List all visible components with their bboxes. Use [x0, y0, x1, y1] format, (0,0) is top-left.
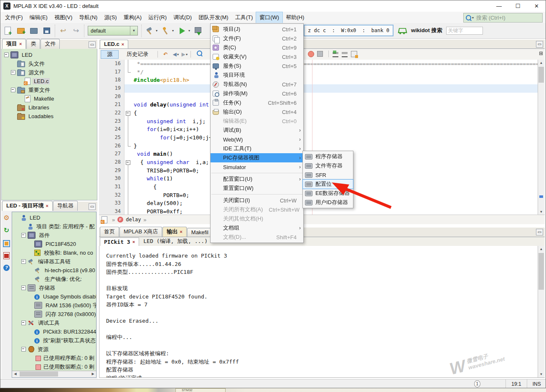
- build-dropdown-icon[interactable]: ▾: [156, 29, 157, 33]
- window-menu-item-13[interactable]: Web(W)›: [211, 135, 303, 144]
- scroll-down-icon[interactable]: ▼: [538, 371, 544, 377]
- menubar-item-7[interactable]: 运行(R): [145, 12, 170, 23]
- memory-submenu-item-5[interactable]: EE数据存储器: [303, 189, 353, 198]
- memory-submenu-item-4[interactable]: 配置位: [303, 180, 353, 189]
- last-edit-icon[interactable]: ↶: [162, 51, 169, 58]
- dashboard-tree-row-12[interactable]: 闪存 32768 (0x8000) 字: [12, 310, 96, 319]
- code-text[interactable]: PORTB=0xff;: [132, 207, 538, 215]
- memory-submenu-item-2[interactable]: 文件寄存器: [303, 161, 353, 170]
- save-all-button[interactable]: [42, 26, 51, 35]
- history-view-button[interactable]: 历史记录: [120, 50, 155, 59]
- code-text[interactable]: {: [132, 109, 538, 117]
- project-tree-row-8[interactable]: Loadables: [2, 112, 97, 121]
- code-text[interactable]: #include<pic18.h>: [132, 76, 538, 84]
- dashboard-tree-row-15[interactable]: 按"刷新"获取工具状态: [12, 336, 96, 345]
- undo-button[interactable]: ↩: [58, 26, 68, 35]
- collapse-icon[interactable]: [11, 88, 15, 92]
- collapse-icon[interactable]: [4, 53, 9, 57]
- menubar-item-4[interactable]: 导航(N): [76, 12, 101, 23]
- menubar-item-5[interactable]: 源(S): [101, 12, 120, 23]
- redo-button[interactable]: ↪: [71, 26, 81, 35]
- source-view-button[interactable]: 源: [101, 50, 119, 59]
- dashboard-tree-row-3[interactable]: 器件: [12, 231, 96, 240]
- project-tree-row-7[interactable]: Libraries: [2, 103, 97, 112]
- window-menu-item-12[interactable]: 调试(B)›: [211, 126, 303, 135]
- menubar-item-11[interactable]: 窗口(W): [256, 12, 282, 23]
- menubar-item-1[interactable]: 文件(F): [2, 12, 26, 23]
- menubar-item-6[interactable]: 重构(A): [120, 12, 145, 23]
- dashboard-tree-row-5[interactable]: 校验和: Blank, no co: [12, 248, 96, 257]
- dashboard-tree-row-17[interactable]: 已使用程序断点: 0 剩: [12, 354, 96, 362]
- code-text[interactable]: for(j=0;j<100;j++);: [132, 134, 538, 142]
- macro-icon[interactable]: [351, 50, 358, 58]
- dashboard-tree-row-6[interactable]: 编译器工具链: [12, 257, 96, 266]
- output-outer-tab-1[interactable]: 首页: [100, 227, 119, 237]
- pause-icon[interactable]: [317, 50, 325, 58]
- collapse-icon[interactable]: [21, 347, 26, 352]
- project-tree-row-4[interactable]: LED.c: [2, 77, 97, 86]
- window-menu-item-15[interactable]: PIC存储器视图›: [211, 153, 303, 162]
- window-menu-item-23[interactable]: 关闭其他文档(H): [211, 214, 303, 223]
- close-button[interactable]: ✕: [527, 0, 546, 12]
- window-menu-item-7[interactable]: 导航器(N)Ctrl+7: [211, 80, 303, 89]
- fold-indicator[interactable]: [124, 158, 132, 167]
- menubar-item-10[interactable]: 工具(T): [232, 12, 256, 23]
- new-project-button[interactable]: [16, 26, 25, 35]
- build-button[interactable]: [145, 26, 154, 35]
- collapse-icon[interactable]: [21, 233, 26, 238]
- scrollbar-thumb[interactable]: [20, 372, 58, 377]
- projects-tab-1[interactable]: 项目×: [2, 39, 26, 49]
- code-text[interactable]: [132, 84, 538, 93]
- output-outer-tab-2[interactable]: MPLAB X商店: [119, 227, 162, 237]
- menubar-item-3[interactable]: 视图(V): [51, 12, 76, 23]
- stop-macro-icon[interactable]: [308, 50, 315, 58]
- dashboard-tree-row-1[interactable]: LED: [12, 213, 96, 222]
- scroll-up-icon[interactable]: ▲: [538, 246, 544, 252]
- window-menu-item-16[interactable]: Simulator›: [211, 162, 303, 172]
- dashboard-tree-row-16[interactable]: 资源: [12, 345, 96, 354]
- minimize-panel-icon[interactable]: ▭: [536, 229, 543, 235]
- configuration-combo[interactable]: default ▼: [88, 26, 138, 35]
- editor-tab-1[interactable]: LED.c×: [100, 40, 128, 48]
- window-menu-item-2[interactable]: 文件(F)Ctrl+2: [211, 34, 303, 43]
- new-file-button[interactable]: [3, 26, 13, 35]
- scroll-left-icon[interactable]: ◀: [12, 371, 18, 377]
- dashboard-tab-1[interactable]: LED - 项目环境×: [2, 201, 53, 211]
- projects-tab-2[interactable]: 类: [26, 39, 40, 49]
- maximize-button[interactable]: ☐: [508, 0, 527, 12]
- project-tree-row-1[interactable]: LED: [2, 51, 97, 59]
- code-text[interactable]: void delay(unsigned int x): [132, 101, 538, 109]
- dashboard-tree-row-14[interactable]: PICkit3: BUR13228445: [12, 327, 96, 336]
- window-menu-item-19[interactable]: 重置窗口(W): [211, 184, 303, 193]
- collapse-icon[interactable]: [11, 70, 15, 75]
- memory-submenu-item-3[interactable]: SFR: [303, 170, 353, 180]
- projects-tab-3[interactable]: 文件: [41, 39, 60, 49]
- minimize-button[interactable]: —: [490, 0, 508, 12]
- code-text[interactable]: }: [132, 142, 538, 150]
- dashboard-tree-row-2[interactable]: 项目 类型: 应用程序 - 配: [12, 222, 96, 231]
- output-inner-tab-2[interactable]: LED (编译, 加载, ...): [140, 237, 211, 246]
- window-menu-item-8[interactable]: 操作项(M)Ctrl+6: [211, 89, 303, 98]
- scrollbar-thumb[interactable]: [538, 67, 544, 83]
- dashboard-tree-row-9[interactable]: 存储器: [12, 283, 96, 292]
- close-icon[interactable]: ×: [46, 203, 48, 208]
- window-menu-item-24[interactable]: 文档组›: [211, 223, 303, 233]
- output-inner-tab-1[interactable]: PICkit 3×: [100, 238, 139, 246]
- breadcrumb-symbol[interactable]: delay: [126, 217, 141, 223]
- clean-build-dropdown-icon[interactable]: ▾: [172, 29, 174, 33]
- code-text[interactable]: *=======================================…: [132, 60, 538, 68]
- breakpoint-options-button[interactable]: [3, 239, 10, 247]
- open-project-button[interactable]: [29, 26, 38, 35]
- window-menu-item-5[interactable]: 服务(S)Ctrl+5: [211, 61, 303, 71]
- window-menu-item-18[interactable]: 配置窗口(U)›: [211, 175, 303, 184]
- split-window-icon[interactable]: ⊞: [539, 51, 543, 56]
- dashboard-tree-row-7[interactable]: hi-tech-picc18 (v9.80: [12, 266, 96, 275]
- close-icon[interactable]: ×: [122, 42, 124, 47]
- close-icon[interactable]: ×: [180, 229, 182, 234]
- dashboard-tree-row-13[interactable]: 调试工具: [12, 319, 96, 327]
- minimize-panel-icon[interactable]: ▭: [89, 203, 96, 210]
- window-menu-item-21[interactable]: 关闭窗口(I)Ctrl+W: [211, 196, 303, 205]
- window-menu-item-1[interactable]: 项目(J)Ctrl+1: [211, 25, 303, 34]
- code-text[interactable]: */: [132, 68, 538, 76]
- refresh-button[interactable]: ↻: [3, 227, 10, 234]
